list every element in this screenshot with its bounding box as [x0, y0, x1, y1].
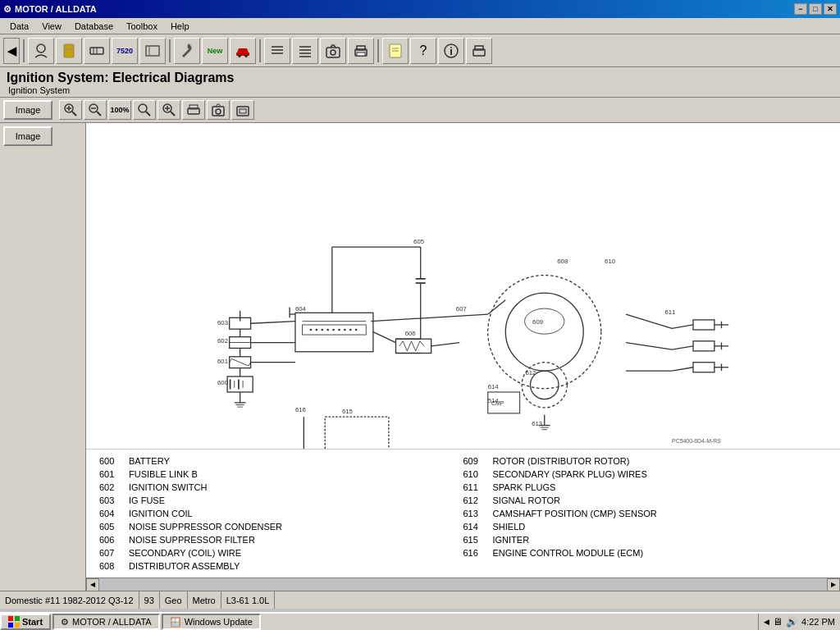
svg-point-80 — [332, 329, 335, 331]
menu-view[interactable]: View — [35, 20, 68, 33]
toolbar-print2[interactable] — [466, 38, 492, 64]
svg-text:606: 606 — [405, 330, 416, 337]
toolbar-print[interactable] — [348, 38, 374, 64]
toolbar-bookmark[interactable] — [56, 38, 82, 64]
maximize-button[interactable]: □ — [809, 3, 822, 15]
svg-point-83 — [349, 329, 352, 331]
toolbar-sep3 — [259, 39, 261, 62]
legend-item: 604IGNITION COIL — [99, 507, 463, 520]
toolbar-list2[interactable] — [292, 38, 318, 64]
title-bar-controls: − □ ✕ — [794, 3, 837, 15]
toolbar-new[interactable]: New — [202, 38, 228, 64]
svg-rect-47 — [240, 109, 246, 113]
svg-rect-21 — [357, 52, 365, 56]
status-model: Metro — [188, 591, 221, 609]
svg-point-77 — [316, 329, 318, 331]
taskbar-alldata-label: MOTOR / ALLDATA — [72, 617, 152, 627]
toolbar-list1[interactable] — [264, 38, 290, 64]
status-domestic: Domestic #11 1982-2012 Q3-12 — [0, 591, 139, 609]
status-year: 93 — [139, 591, 160, 609]
menu-database[interactable]: Database — [68, 20, 120, 33]
scroll-left-button[interactable]: ◀ — [86, 578, 99, 591]
zoom-fit-button[interactable]: 100% — [108, 100, 131, 120]
toolbar-info[interactable] — [438, 38, 464, 64]
toolbar-sep2 — [169, 39, 171, 62]
toolbar-diagram[interactable] — [139, 38, 166, 64]
svg-text:600: 600 — [217, 379, 228, 386]
status-engine: L3-61 1.0L — [221, 591, 276, 609]
toolbar-tools[interactable] — [84, 38, 110, 64]
svg-line-151 — [373, 332, 396, 343]
taskbar-windows-update[interactable]: 🪟 Windows Update — [162, 614, 261, 630]
scroll-right-button[interactable]: ▶ — [827, 578, 840, 591]
svg-point-81 — [338, 329, 340, 331]
taskbar-winupdate-label: Windows Update — [185, 617, 253, 627]
svg-text:602: 602 — [217, 337, 228, 345]
toolbar-7520[interactable]: 7520 — [112, 38, 138, 64]
tray-arrow[interactable]: ◀ — [764, 618, 769, 626]
svg-text:CMP: CMP — [491, 400, 504, 406]
svg-line-110 — [672, 346, 693, 349]
status-bar: Domestic #11 1982-2012 Q3-12 93 Geo Metr… — [0, 591, 840, 609]
start-button[interactable]: Start — [0, 614, 51, 630]
camera-sub-button[interactable] — [207, 100, 230, 120]
legend-item: 610SECONDARY (SPARK PLUG) WIRES — [463, 468, 828, 481]
legend-item: 614SHIELD — [463, 520, 828, 533]
minimize-button[interactable]: − — [794, 3, 807, 15]
toolbar-car[interactable] — [230, 38, 256, 64]
menu-data[interactable]: Data — [3, 20, 35, 33]
toolbar-note[interactable] — [382, 38, 409, 64]
make-text: Geo — [165, 596, 182, 605]
toolbar-home[interactable] — [28, 38, 54, 64]
toolbar-help[interactable]: ? — [410, 38, 436, 64]
tray-time: 4:22 PM — [801, 617, 835, 627]
menu-help[interactable]: Help — [164, 20, 196, 33]
svg-line-104 — [626, 314, 672, 328]
image-button-2[interactable]: Image — [3, 126, 52, 146]
close-button[interactable]: ✕ — [824, 3, 837, 15]
zoom-in-button[interactable] — [59, 100, 82, 120]
svg-rect-160 — [15, 616, 20, 621]
image-button-1[interactable]: Image — [3, 100, 52, 120]
legend-item: 615IGNITER — [463, 533, 828, 546]
svg-point-84 — [355, 329, 358, 331]
svg-line-115 — [672, 368, 693, 371]
svg-point-79 — [326, 329, 329, 331]
legend-item: 601FUSIBLE LINK B — [99, 468, 463, 481]
photo2-button[interactable] — [231, 100, 254, 120]
svg-point-94 — [488, 276, 601, 389]
toolbar-separator — [23, 39, 25, 62]
svg-text:609: 609 — [532, 318, 543, 326]
svg-text:605: 605 — [413, 238, 424, 245]
svg-rect-17 — [326, 48, 340, 57]
taskbar-alldata-icon: ⚙ — [61, 617, 69, 628]
legend-item: 607SECONDARY (COIL) WIRE — [99, 546, 463, 559]
status-make: Geo — [160, 591, 188, 609]
legend-item: 603IG FUSE — [99, 494, 463, 507]
svg-line-39 — [171, 112, 175, 116]
app-title: MOTOR / ALLDATA — [15, 4, 97, 14]
menu-toolbox[interactable]: Toolbox — [120, 20, 164, 33]
svg-text:608: 608 — [557, 258, 568, 265]
taskbar-alldata[interactable]: ⚙ MOTOR / ALLDATA — [52, 614, 160, 630]
zoom-minus-button[interactable] — [158, 100, 180, 120]
svg-point-9 — [244, 54, 248, 57]
scroll-track[interactable] — [99, 578, 827, 591]
legend-item: 600BATTERY — [99, 454, 463, 468]
horizontal-scrollbar[interactable]: ◀ ▶ — [86, 578, 840, 591]
svg-text:601: 601 — [217, 358, 228, 365]
wiring-diagram: 603 602 601 600 — [86, 123, 840, 449]
svg-text:603: 603 — [217, 319, 228, 326]
zoom-search-button[interactable] — [133, 100, 156, 120]
toolbar-wrench[interactable] — [174, 38, 200, 64]
title-bar-left: ⚙ MOTOR / ALLDATA — [3, 4, 97, 15]
svg-point-36 — [139, 104, 147, 112]
print-sub-button[interactable] — [182, 100, 205, 120]
diagram-area: 603 602 601 600 — [86, 123, 840, 591]
zoom-out-button[interactable] — [84, 100, 107, 120]
svg-rect-127 — [325, 417, 389, 449]
svg-text:615: 615 — [342, 408, 353, 415]
svg-line-34 — [97, 112, 101, 116]
back-button[interactable]: ◀ — [3, 38, 20, 64]
toolbar-camera[interactable] — [320, 38, 346, 64]
